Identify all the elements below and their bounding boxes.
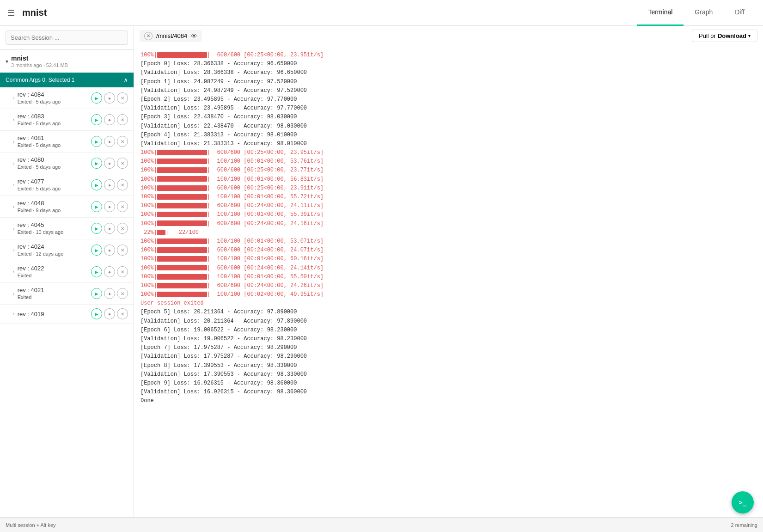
search-input[interactable]: [6, 31, 128, 45]
run-play-button[interactable]: ▶: [91, 92, 102, 104]
run-label: rev : 4045: [18, 221, 91, 228]
run-stop-button[interactable]: ●: [104, 136, 115, 147]
run-close-button[interactable]: ✕: [117, 266, 128, 277]
common-args-bar[interactable]: Common Args 0, Selected 1 ∧: [0, 73, 134, 87]
run-close-button[interactable]: ✕: [117, 308, 128, 319]
session-meta: 3 months ago · 52.41 MB: [11, 62, 68, 68]
terminal-line: [Epoch 4] Loss: 21.383313 - Accuracy: 98…: [140, 131, 757, 140]
terminal-line: 100%|| 100/100 [00:01<00:00, 56.83it/s]: [140, 175, 757, 184]
run-stop-button[interactable]: ●: [104, 288, 115, 299]
terminal-fab-button[interactable]: >_: [732, 491, 754, 514]
run-play-button[interactable]: ▶: [91, 201, 102, 212]
run-play-button[interactable]: ▶: [91, 288, 102, 299]
run-close-button[interactable]: ✕: [117, 201, 128, 212]
eye-icon[interactable]: 👁: [191, 32, 197, 40]
sidebar-list: ▾ mnist 3 months ago · 52.41 MB Common A…: [0, 50, 134, 517]
terminal-line: [Epoch 5] Loss: 20.211364 - Accuracy: 97…: [140, 308, 757, 317]
tab-diff[interactable]: Diff: [724, 0, 756, 26]
run-expand-icon: ›: [13, 95, 15, 101]
run-item-4084[interactable]: › rev : 4084 Exited · 5 days ago ▶ ● ✕: [0, 87, 134, 109]
tab-graph[interactable]: Graph: [684, 0, 724, 26]
run-item-4077[interactable]: › rev : 4077 Exited · 5 days ago ▶ ● ✕: [0, 174, 134, 196]
main-content: ▾ mnist 3 months ago · 52.41 MB Common A…: [0, 26, 763, 517]
run-close-button[interactable]: ✕: [117, 136, 128, 147]
terminal-line: 100%|| 600/600 [00:24<00:00, 24.14it/s]: [140, 264, 757, 273]
run-status: Exited · 9 days ago: [18, 208, 61, 213]
run-label: rev : 4081: [18, 135, 91, 141]
run-play-button[interactable]: ▶: [91, 223, 102, 234]
terminal-line: [Epoch 7] Loss: 17.975287 - Accuracy: 98…: [140, 343, 757, 352]
run-close-button[interactable]: ✕: [117, 245, 128, 256]
run-item-4081[interactable]: › rev : 4081 Exited · 5 days ago ▶ ● ✕: [0, 131, 134, 153]
run-item-4024[interactable]: › rev : 4024 Exited · 12 days ago ▶ ● ✕: [0, 239, 134, 261]
run-label: rev : 4083: [18, 113, 91, 120]
run-stop-button[interactable]: ●: [104, 158, 115, 169]
terminal-line: 100%|| 600/600 [00:24<00:00, 24.26it/s]: [140, 281, 757, 290]
terminal-line: [Epoch 6] Loss: 19.006522 - Accuracy: 98…: [140, 326, 757, 335]
run-close-button[interactable]: ✕: [117, 223, 128, 234]
run-label: rev : 4077: [18, 178, 91, 185]
run-item-4021[interactable]: › rev : 4021 Exited ▶ ● ✕: [0, 283, 134, 305]
run-label: rev : 4021: [18, 287, 91, 294]
terminal-line: [Epoch 1] Loss: 24.987249 - Accuracy: 97…: [140, 78, 757, 86]
run-item-4080[interactable]: › rev : 4080 Exited · 5 days ago ▶ ● ✕: [0, 153, 134, 174]
terminal-line: 100%|| 100/100 [00:01<00:00, 55.50it/s]: [140, 273, 757, 281]
run-stop-button[interactable]: ●: [104, 179, 115, 190]
session-name: mnist: [11, 55, 68, 62]
run-play-button[interactable]: ▶: [91, 158, 102, 169]
run-status: Exited: [18, 273, 32, 278]
terminal-line: 100%|| 600/600 [00:25<00:00, 23.95it/s]: [140, 148, 757, 157]
terminal-line: 100%|| 600/600 [00:25<00:00, 23.91it/s]: [140, 184, 757, 193]
terminal-line: [Validation] Loss: 21.383313 - Accuracy:…: [140, 140, 757, 148]
run-stop-button[interactable]: ●: [104, 114, 115, 125]
session-group-header[interactable]: ▾ mnist 3 months ago · 52.41 MB: [0, 50, 134, 73]
pull-or-download-button[interactable]: Pull or Download ▾: [692, 30, 757, 42]
terminal-line: [Validation] Loss: 20.211364 - Accuracy:…: [140, 317, 757, 326]
terminal-area: ✕ /mnist/4084 👁 Pull or Download ▾ 100%|…: [134, 26, 763, 517]
run-close-button[interactable]: ✕: [117, 92, 128, 104]
run-play-button[interactable]: ▶: [91, 266, 102, 277]
run-close-button[interactable]: ✕: [117, 179, 128, 190]
terminal-output[interactable]: 100%|| 600/600 [00:25<00:00, 23.95it/s][…: [134, 46, 763, 517]
run-expand-icon: ›: [13, 160, 15, 166]
run-play-button[interactable]: ▶: [91, 179, 102, 190]
run-item-4022[interactable]: › rev : 4022 Exited ▶ ● ✕: [0, 261, 134, 283]
run-stop-button[interactable]: ●: [104, 223, 115, 234]
tab-terminal[interactable]: Terminal: [637, 0, 684, 26]
run-item-4048[interactable]: › rev : 4048 Exited · 9 days ago ▶ ● ✕: [0, 196, 134, 218]
terminal-line: 100%|| 100/100 [00:01<00:00, 55.72it/s]: [140, 193, 757, 202]
run-close-button[interactable]: ✕: [117, 158, 128, 169]
run-play-button[interactable]: ▶: [91, 308, 102, 319]
run-play-button[interactable]: ▶: [91, 136, 102, 147]
terminal-line: User session exited: [140, 299, 757, 308]
run-close-button[interactable]: ✕: [117, 114, 128, 125]
run-item-4045[interactable]: › rev : 4045 Exited · 10 days ago ▶ ● ✕: [0, 218, 134, 239]
terminal-tab-active[interactable]: ✕ /mnist/4084 👁: [140, 30, 202, 42]
run-stop-button[interactable]: ●: [104, 201, 115, 212]
download-label: Download: [718, 32, 746, 39]
run-label: rev : 4080: [18, 156, 91, 163]
run-play-button[interactable]: ▶: [91, 114, 102, 125]
menu-icon[interactable]: ☰: [7, 8, 15, 18]
run-stop-button[interactable]: ●: [104, 308, 115, 319]
run-expand-icon: ›: [13, 269, 15, 275]
common-args-label: Common Args 0, Selected 1: [6, 77, 74, 83]
run-label: rev : 4024: [18, 243, 91, 250]
run-status: Exited · 5 days ago: [18, 99, 61, 104]
run-close-button[interactable]: ✕: [117, 288, 128, 299]
run-status: Exited · 12 days ago: [18, 251, 64, 257]
run-stop-button[interactable]: ●: [104, 92, 115, 104]
run-stop-button[interactable]: ●: [104, 266, 115, 277]
terminal-line: 100%|| 100/100 [00:01<00:00, 60.16it/s]: [140, 255, 757, 263]
terminal-line: [Validation] Loss: 23.495895 - Accuracy:…: [140, 104, 757, 113]
terminal-tab-close-button[interactable]: ✕: [144, 32, 153, 40]
run-item-4083[interactable]: › rev : 4083 Exited · 5 days ago ▶ ● ✕: [0, 109, 134, 131]
terminal-line: [Validation] Loss: 16.926315 - Accuracy:…: [140, 388, 757, 397]
run-expand-icon: ›: [13, 139, 15, 144]
terminal-line: 100%|| 100/100 [00:02<00:00, 49.95it/s]: [140, 290, 757, 299]
run-stop-button[interactable]: ●: [104, 245, 115, 256]
run-item-4019[interactable]: › rev : 4019 ▶ ● ✕: [0, 305, 134, 324]
run-label: rev : 4048: [18, 200, 91, 207]
run-label: rev : 4019: [18, 311, 91, 318]
run-play-button[interactable]: ▶: [91, 245, 102, 256]
